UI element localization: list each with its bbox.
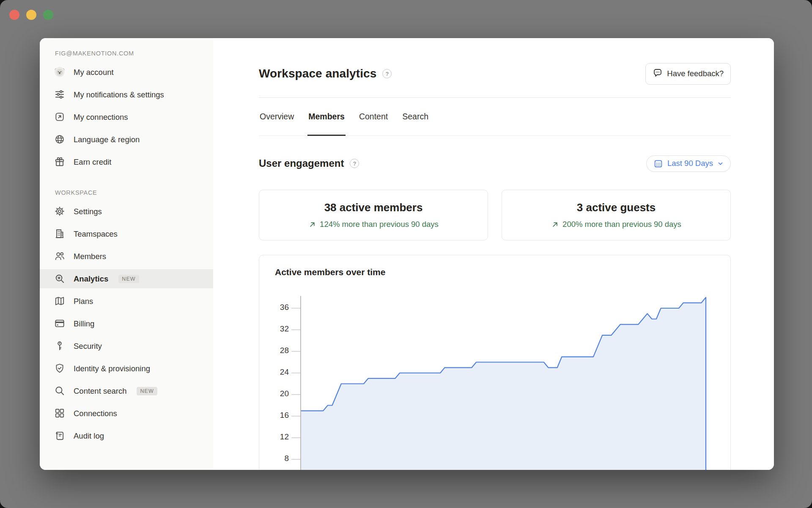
sidebar-item-members[interactable]: Members — [40, 247, 213, 266]
tab-overview[interactable]: Overview — [259, 98, 295, 135]
sidebar-item-label: Settings — [74, 206, 102, 217]
sliders-icon — [54, 89, 65, 100]
sidebar-item-teamspaces[interactable]: Teamspaces — [40, 224, 213, 243]
globe-icon — [54, 134, 65, 145]
sidebar-item-label: Identity & provisioning — [74, 363, 150, 374]
sidebar-item-connections[interactable]: Connections — [40, 404, 213, 423]
calendar-icon — [653, 159, 663, 168]
map-icon — [54, 295, 65, 306]
window-traffic-lights — [9, 10, 53, 20]
gear-icon — [54, 206, 65, 217]
sidebar-item-plans[interactable]: Plans — [40, 292, 213, 311]
tab-content[interactable]: Content — [358, 98, 389, 135]
account-section: My accountMy notifications & settingsMy … — [40, 63, 213, 171]
sidebar-item-label: Analytics — [74, 273, 108, 284]
sidebar-item-label: Language & region — [74, 134, 140, 145]
sidebar-item-label: Members — [74, 251, 106, 262]
magnifier-plus-icon — [54, 273, 65, 284]
stat-card-3-active-guests: 3 active guests200% more than previous 9… — [502, 190, 731, 240]
stat-cards-row: 38 active members124% more than previous… — [259, 190, 731, 240]
sidebar-item-label: Billing — [74, 318, 94, 329]
section-title: User engagement — [259, 157, 344, 169]
page-header: Workspace analytics ? Have feedback? — [259, 62, 731, 86]
stat-value: 38 active members — [324, 201, 423, 214]
active-members-chart-card: Active members over time 363228242016128 — [259, 255, 731, 470]
account-email-label: FIG@MAKENOTION.COM — [40, 50, 213, 57]
sidebar-item-label: Teamspaces — [74, 228, 118, 240]
settings-content: Workspace analytics ? Have feedback? Ove… — [213, 38, 774, 470]
key-icon — [54, 340, 65, 351]
sidebar-item-language-region[interactable]: Language & region — [40, 130, 213, 149]
sidebar-item-security[interactable]: Security — [40, 337, 213, 356]
speech-bubble-icon — [653, 68, 663, 80]
tab-search[interactable]: Search — [401, 98, 429, 135]
settings-dialog: FIG@MAKENOTION.COM My accountMy notifica… — [40, 38, 774, 470]
sidebar-item-label: My notifications & settings — [74, 89, 164, 100]
user-engagement-header: User engagement ? Last 90 Days — [259, 155, 731, 172]
sidebar-item-label: Security — [74, 340, 102, 352]
workspace-section: SettingsTeamspacesMembersAnalyticsNEWPla… — [40, 202, 213, 445]
sidebar-item-content-search[interactable]: Content searchNEW — [40, 381, 213, 400]
stat-card-38-active-members: 38 active members124% more than previous… — [259, 190, 488, 240]
sidebar-item-label: Content search — [74, 385, 126, 397]
grid-icon — [54, 408, 65, 419]
shield-check-icon — [54, 363, 65, 374]
have-feedback-label: Have feedback? — [667, 69, 724, 78]
settings-sidebar: FIG@MAKENOTION.COM My accountMy notifica… — [40, 38, 213, 470]
sidebar-item-earn-credit[interactable]: Earn credit — [40, 152, 213, 171]
workspace-section-label: WORKSPACE — [40, 189, 213, 196]
help-icon[interactable]: ? — [350, 159, 359, 168]
new-badge: NEW — [137, 387, 157, 395]
sidebar-item-label: My account — [74, 66, 114, 78]
trend-up-arrow-icon — [308, 221, 316, 229]
new-badge: NEW — [118, 275, 139, 283]
stat-value: 3 active guests — [577, 201, 656, 214]
arrow-square-out-icon — [54, 111, 65, 122]
people-icon — [54, 251, 65, 262]
sidebar-item-label: My connections — [74, 111, 128, 123]
gift-icon — [54, 156, 65, 167]
chevron-down-icon — [717, 160, 724, 167]
scroll-icon — [54, 430, 65, 441]
sidebar-item-analytics[interactable]: AnalyticsNEW — [40, 269, 213, 288]
sidebar-item-my-notifications-settings[interactable]: My notifications & settings — [40, 85, 213, 104]
dimmed-desktop-backdrop: FIG@MAKENOTION.COM My accountMy notifica… — [0, 0, 812, 508]
page-title: Workspace analytics — [259, 67, 376, 80]
sidebar-item-identity-provisioning[interactable]: Identity & provisioning — [40, 359, 213, 378]
sidebar-item-label: Connections — [74, 408, 117, 419]
date-range-dropdown[interactable]: Last 90 Days — [646, 155, 731, 172]
chart-title: Active members over time — [275, 267, 385, 277]
avatar-icon — [54, 66, 65, 77]
building-icon — [54, 228, 65, 239]
sidebar-item-label: Plans — [74, 295, 93, 307]
sidebar-item-label: Earn credit — [74, 156, 111, 168]
active-members-area-chart — [259, 293, 730, 470]
credit-card-icon — [54, 318, 65, 329]
minimize-button[interactable] — [26, 10, 36, 20]
sidebar-item-settings[interactable]: Settings — [40, 202, 213, 221]
date-range-label: Last 90 Days — [667, 159, 713, 168]
sidebar-item-label: Audit log — [74, 430, 104, 442]
help-icon[interactable]: ? — [382, 69, 392, 78]
stat-delta-text: 200% more than previous 90 days — [562, 220, 681, 229]
sidebar-item-my-connections[interactable]: My connections — [40, 108, 213, 127]
zoom-button[interactable] — [43, 10, 53, 20]
sidebar-item-audit-log[interactable]: Audit log — [40, 426, 213, 445]
trend-up-arrow-icon — [551, 221, 559, 229]
have-feedback-button[interactable]: Have feedback? — [645, 63, 731, 85]
sidebar-item-billing[interactable]: Billing — [40, 314, 213, 333]
analytics-tabs: OverviewMembersContentSearch — [259, 98, 731, 136]
stat-delta-text: 124% more than previous 90 days — [320, 220, 439, 229]
close-button[interactable] — [9, 10, 19, 20]
tab-members[interactable]: Members — [307, 98, 346, 135]
sidebar-item-my-account[interactable]: My account — [40, 63, 213, 82]
magnifier-icon — [54, 385, 65, 396]
